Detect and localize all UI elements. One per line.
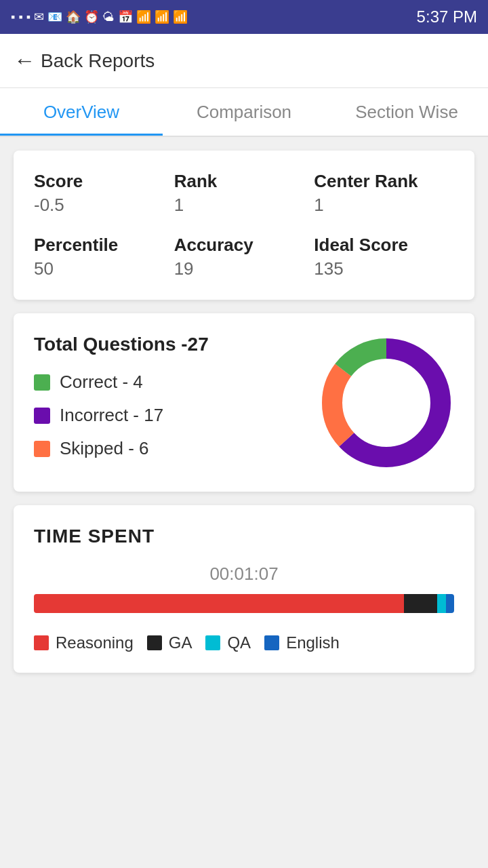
correct-color-dot: [34, 374, 50, 391]
stat-ideal-score: Ideal Score 135: [314, 235, 454, 279]
tab-sectionwise[interactable]: Section Wise: [325, 88, 488, 136]
stat-ideal-score-label: Ideal Score: [314, 235, 454, 256]
back-label: Back: [41, 50, 83, 72]
tab-comparison-label: Comparison: [197, 102, 291, 123]
stat-rank-label: Rank: [174, 171, 314, 192]
stat-score: Score -0.5: [34, 171, 174, 216]
qa-label: QA: [227, 633, 251, 652]
stats-card: Score -0.5 Rank 1 Center Rank 1 Percenti…: [14, 151, 474, 300]
reasoning-label: Reasoning: [56, 633, 134, 652]
time-spent-value: 00:01:07: [34, 564, 454, 585]
status-icons: ▪ ▪ ▪ ✉ 📧 🏠 ⏰ 🌤 📅 📶 📶 📶: [11, 9, 188, 24]
legend-english: English: [264, 633, 340, 652]
time-legend: Reasoning GA QA English: [34, 633, 454, 652]
stat-center-rank-label: Center Rank: [314, 171, 454, 192]
stat-percentile: Percentile 50: [34, 235, 174, 279]
skipped-color-dot: [34, 441, 50, 457]
qa-color-dot: [205, 635, 220, 650]
main-content: Score -0.5 Rank 1 Center Rank 1 Percenti…: [0, 137, 488, 686]
stat-accuracy-value: 19: [174, 258, 314, 279]
stat-accuracy: Accuracy 19: [174, 235, 314, 279]
legend-skipped: Skipped - 6: [34, 438, 209, 459]
stat-center-rank-value: 1: [314, 195, 454, 216]
time-bar-qa: [437, 594, 445, 613]
status-bar: ▪ ▪ ▪ ✉ 📧 🏠 ⏰ 🌤 📅 📶 📶 📶 5:37 PM: [0, 0, 488, 34]
stat-percentile-value: 50: [34, 258, 174, 279]
notification-icons: ▪ ▪ ▪ ✉ 📧 🏠 ⏰ 🌤 📅 📶 📶 📶: [11, 9, 188, 24]
time-bar-reasoning: [34, 594, 404, 613]
stat-rank-value: 1: [174, 195, 314, 216]
stat-score-label: Score: [34, 171, 174, 192]
time-bar-ga: [404, 594, 438, 613]
donut-svg: [319, 335, 454, 471]
questions-card: Total Questions -27 Correct - 4 Incorrec…: [14, 313, 474, 492]
tab-comparison[interactable]: Comparison: [163, 88, 325, 136]
stat-center-rank: Center Rank 1: [314, 171, 454, 216]
back-button[interactable]: ← BackReports: [14, 48, 155, 73]
tab-overview-label: OverView: [43, 102, 119, 123]
stat-accuracy-label: Accuracy: [174, 235, 314, 256]
legend-ga: GA: [147, 633, 192, 652]
time-bar: [34, 594, 454, 613]
legend-incorrect-label: Incorrect - 17: [60, 405, 163, 426]
english-label: English: [286, 633, 340, 652]
stat-score-value: -0.5: [34, 195, 174, 216]
back-arrow-icon: ←: [14, 48, 35, 73]
reasoning-color-dot: [34, 635, 49, 650]
stats-grid: Score -0.5 Rank 1 Center Rank 1 Percenti…: [34, 171, 454, 279]
donut-chart: [319, 335, 454, 471]
legend-correct: Correct - 4: [34, 372, 209, 393]
ga-color-dot: [147, 635, 162, 650]
questions-title: Total Questions -27: [34, 334, 209, 355]
header-title: Reports: [88, 50, 155, 72]
time-spent-card: TIME SPENT 00:01:07 Reasoning GA QA: [14, 505, 474, 673]
legend-reasoning: Reasoning: [34, 633, 134, 652]
english-color-dot: [264, 635, 279, 650]
legend-skipped-label: Skipped - 6: [60, 438, 149, 459]
header: ← BackReports: [0, 34, 488, 88]
legend-qa: QA: [205, 633, 251, 652]
time-spent-title: TIME SPENT: [34, 526, 454, 547]
status-time: 5:37 PM: [417, 7, 477, 26]
questions-legend: Total Questions -27 Correct - 4 Incorrec…: [34, 334, 209, 471]
stat-rank: Rank 1: [174, 171, 314, 216]
stat-ideal-score-value: 135: [314, 258, 454, 279]
time-bar-english: [446, 594, 454, 613]
ga-label: GA: [169, 633, 192, 652]
tab-sectionwise-label: Section Wise: [355, 102, 458, 123]
legend-correct-label: Correct - 4: [60, 372, 143, 393]
legend-incorrect: Incorrect - 17: [34, 405, 209, 426]
stat-percentile-label: Percentile: [34, 235, 174, 256]
incorrect-color-dot: [34, 408, 50, 424]
tab-overview[interactable]: OverView: [0, 88, 163, 136]
tabs-bar: OverView Comparison Section Wise: [0, 88, 488, 137]
